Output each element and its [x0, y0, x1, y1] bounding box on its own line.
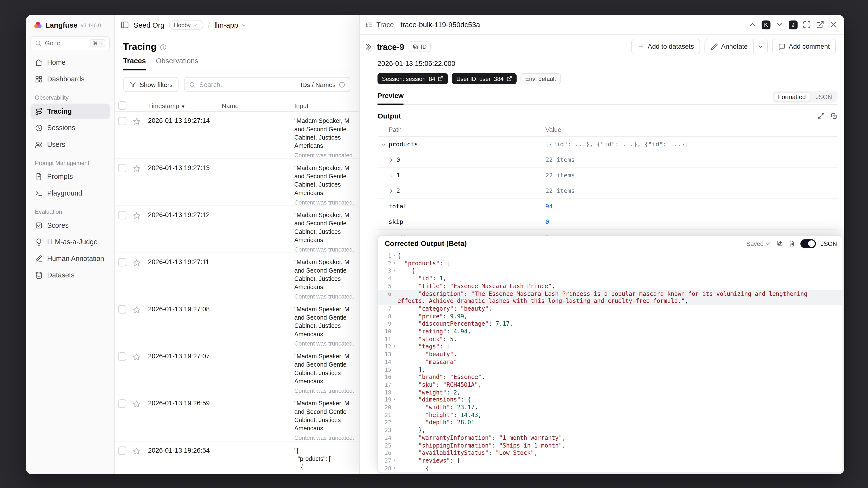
code-line[interactable]: 5 "title": "Essence Mascara Lash Prince"…	[378, 282, 842, 290]
json-mode-toggle[interactable]	[800, 239, 816, 248]
row-checkbox[interactable]	[118, 117, 126, 125]
tab-observations[interactable]: Observations	[156, 57, 198, 70]
row-checkbox[interactable]	[118, 305, 126, 313]
code-line[interactable]: 26 "availabilityStatus": "Low Stock",	[378, 450, 842, 457]
copy-icon[interactable]	[776, 240, 783, 247]
row-checkbox[interactable]	[118, 164, 126, 172]
session-badge[interactable]: Session: session_84	[377, 73, 448, 84]
col-timestamp[interactable]: Timestamp▼	[148, 102, 222, 109]
code-line[interactable]: 1▾{	[378, 252, 842, 260]
row-checkbox[interactable]	[118, 211, 126, 219]
star-icon[interactable]	[132, 447, 141, 455]
sidebar-item-datasets[interactable]: Datasets	[31, 268, 110, 283]
code-line[interactable]: 22 "depth": 28.01	[378, 419, 842, 426]
code-line[interactable]: 4 "id": 1,	[378, 275, 842, 282]
row-checkbox[interactable]	[118, 447, 126, 455]
sidebar-item-tracing[interactable]: Tracing	[31, 103, 110, 119]
fold-icon[interactable]: ▾	[391, 267, 397, 275]
output-row[interactable]: 022 items	[377, 152, 838, 168]
code-line[interactable]: 15 ],	[378, 366, 842, 373]
row-checkbox[interactable]	[118, 352, 126, 361]
plan-badge[interactable]: Hobby	[169, 20, 204, 30]
sidebar-item-users[interactable]: Users	[31, 137, 110, 152]
format-formatted[interactable]: Formatted	[774, 93, 810, 101]
code-line[interactable]: 28▾ {	[378, 464, 842, 472]
info-icon[interactable]	[160, 43, 167, 51]
code-line[interactable]: 21 "height": 14.43,	[378, 411, 842, 419]
output-row[interactable]: total94	[377, 199, 838, 214]
user-badge[interactable]: User ID: user_384	[452, 73, 517, 84]
code-line[interactable]: 8 "price": 9.99,	[378, 313, 842, 320]
star-icon[interactable]	[132, 164, 141, 173]
fold-icon[interactable]: ▾	[391, 252, 397, 260]
chevron-right-icon[interactable]	[389, 157, 394, 162]
star-icon[interactable]	[132, 118, 141, 126]
chevron-right-icon[interactable]	[389, 173, 394, 178]
sidebar-item-sessions[interactable]: Sessions	[31, 120, 110, 136]
code-line[interactable]: 24 "warrantyInformation": "1 month warra…	[378, 434, 842, 442]
annotate-dropdown-button[interactable]	[754, 39, 768, 54]
code-line[interactable]: 13 "beauty",	[378, 350, 842, 358]
fold-icon[interactable]: ▾	[391, 464, 397, 472]
code-line[interactable]: 9 "discountPercentage": 7.17,	[378, 320, 842, 328]
chevron-up-icon[interactable]	[748, 21, 756, 29]
code-line[interactable]: 11 "stock": 5,	[378, 336, 842, 343]
chevron-right-icon[interactable]	[389, 188, 394, 193]
sidebar-item-prompts[interactable]: Prompts	[31, 169, 110, 184]
info-icon[interactable]	[339, 81, 346, 88]
expand-icon[interactable]	[817, 112, 825, 119]
project-selector[interactable]: llm-app	[214, 21, 246, 29]
copy-icon[interactable]	[831, 112, 838, 119]
code-line[interactable]: 25 "shippingInformation": "Ships in 1 mo…	[378, 442, 842, 449]
add-to-datasets-button[interactable]: Add to datasets	[631, 39, 700, 54]
goto-search[interactable]: Go to... ⌘ K	[31, 36, 110, 51]
code-line[interactable]: 3▾ {	[378, 267, 842, 275]
star-icon[interactable]	[132, 400, 141, 408]
sidebar-item-home[interactable]: Home	[31, 55, 110, 70]
add-comment-button[interactable]: Add comment	[772, 39, 836, 54]
format-json[interactable]: JSON	[811, 93, 837, 101]
fullscreen-icon[interactable]	[803, 21, 811, 29]
sidebar-item-scores[interactable]: Scores	[31, 218, 110, 233]
chevron-down-icon[interactable]	[775, 21, 784, 29]
chevron-down-icon[interactable]	[381, 142, 386, 147]
code-line[interactable]: 7 "category": "beauty",	[378, 305, 842, 312]
fold-icon[interactable]: ▾	[391, 260, 397, 267]
code-line[interactable]: 6 "description": "The Essence Mascara La…	[378, 290, 842, 305]
delete-icon[interactable]	[788, 240, 795, 247]
sidebar-item-human-annotation[interactable]: Human Annotation	[31, 251, 110, 267]
select-all-checkbox[interactable]	[118, 101, 126, 109]
fold-icon[interactable]: ▾	[391, 343, 397, 350]
close-icon[interactable]	[829, 21, 837, 29]
code-line[interactable]: 27▾ "reviews": [	[378, 457, 842, 464]
star-icon[interactable]	[132, 353, 141, 361]
star-icon[interactable]	[132, 212, 141, 220]
sidebar-item-playground[interactable]: Playground	[31, 186, 110, 201]
code-line[interactable]: 16 "brand": "Essence",	[378, 373, 842, 381]
output-row[interactable]: 222 items	[377, 183, 838, 199]
code-line[interactable]: 17 "sku": "RCH45Q1A",	[378, 381, 842, 389]
code-line[interactable]: 12▾ "tags": [	[378, 343, 842, 350]
sidebar-item-llm-as-a-judge[interactable]: LLM-as-a-Judge	[31, 234, 110, 250]
row-checkbox[interactable]	[118, 399, 126, 407]
sidebar-toggle-icon[interactable]	[120, 21, 129, 30]
star-icon[interactable]	[132, 306, 141, 314]
fold-icon[interactable]: ▾	[391, 457, 397, 464]
brand[interactable]: Langfuse v3.146.0	[31, 20, 110, 31]
code-line[interactable]: 14 "mascara"	[378, 358, 842, 366]
open-in-new-icon[interactable]	[816, 21, 824, 29]
code-line[interactable]: 20 "width": 23.17,	[378, 404, 842, 411]
annotate-button[interactable]: Annotate	[705, 39, 754, 54]
tab-preview[interactable]: Preview	[377, 92, 404, 105]
code-line[interactable]: 19▾ "dimensions": {	[378, 396, 842, 404]
search-scope-selector[interactable]: IDs / Names	[301, 81, 336, 88]
code-line[interactable]: 10 "rating": 4.94,	[378, 328, 842, 335]
sidebar-item-dashboards[interactable]: Dashboards	[31, 71, 110, 87]
search-input[interactable]: Search... IDs / Names	[184, 77, 350, 92]
row-checkbox[interactable]	[118, 258, 126, 266]
code-editor[interactable]: 1▾{2▾ "products": [3▾ {4 "id": 1,5 "titl…	[378, 251, 842, 472]
org-selector[interactable]: Seed Org	[133, 21, 164, 29]
output-row[interactable]: 122 items	[377, 168, 838, 183]
output-row[interactable]: products[{"id": ...}, {"id": ...}, {"id"…	[377, 137, 838, 152]
star-icon[interactable]	[132, 259, 141, 267]
